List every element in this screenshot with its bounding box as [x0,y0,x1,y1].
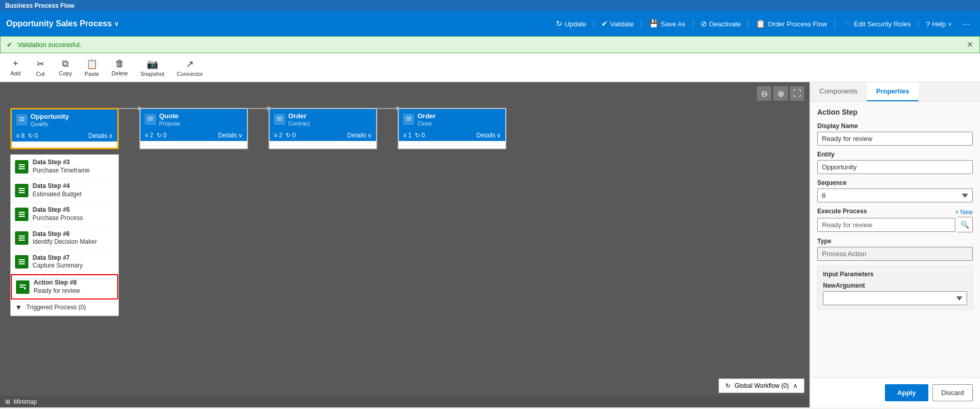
tab-components[interactable]: Components [810,82,867,101]
chevron-down-icon[interactable]: ∨ [114,20,119,27]
type-input[interactable] [817,247,973,261]
security-button[interactable]: 👤 Edit Security Roles [838,16,915,32]
node-close-container: Order Close ≡1 ↻0 Details ∨ [398,108,506,149]
triggered-process-row[interactable]: ▼ Triggered Process (0) [11,300,118,316]
help-button[interactable]: ? Help ∨ [922,17,956,32]
validation-bar: ✔ Validation successful. ✕ [0,36,980,53]
node-order-container: Order Contract ≡2 ↻0 Details ∨ [269,108,377,149]
apply-button[interactable]: Apply [885,384,928,401]
svg-rect-15 [20,285,26,286]
svg-rect-7 [19,214,25,215]
step-item-7[interactable]: Data Step #7 Capture Summary [11,250,118,274]
cut-icon: ✂ [37,58,44,70]
triggered-label: Triggered Process (0) [26,304,86,311]
step-4-text: Data Step #4 Estimated Budget [33,182,82,198]
node-quote-title: Quote [159,112,180,120]
node-opportunity-details[interactable]: Details ∧ [88,132,113,139]
divider-6 [918,19,919,29]
input-params-section: Input Parameters NewArgument [817,266,973,310]
node-close-subtitle: Close [417,120,435,127]
snapshot-button[interactable]: 📷 Snapshot [135,56,169,79]
save-as-button[interactable]: 💾 Save As [645,16,690,32]
node-opportunity-steps: ≡8 [16,132,25,139]
connector-2 [248,108,269,109]
paste-label: Paste [85,71,99,77]
input-params-title: Input Parameters [823,271,967,278]
global-workflow-cycle-icon: ↻ [725,382,730,389]
add-button[interactable]: + Add [4,56,27,78]
node-quote-flow: ↻0 [157,132,167,139]
connector-icon: ↗ [186,58,194,70]
node-quote-steps: ≡2 [145,132,153,139]
title-bar: Business Process Flow [0,0,980,11]
step-item-6[interactable]: Data Step #6 Identify Decision Maker [11,227,118,250]
step-6-icon [15,231,28,245]
zoom-out-button[interactable]: ⊖ [757,86,771,101]
order-process-button[interactable]: 📋 Order Process Flow [752,16,831,32]
execute-process-new-button[interactable]: + New [955,209,973,216]
minimap-icon: ⊞ [5,398,10,405]
help-icon: ? [926,20,930,28]
svg-rect-12 [19,259,25,260]
flow-node-quote[interactable]: Quote Propose ≡2 ↻0 Details ∨ [139,108,248,149]
canvas[interactable]: ⊖ ⊕ ⛶ Opportunity [0,82,810,407]
node-quote-header: Quote Propose [141,109,247,130]
search-icon: 🔍 [960,221,969,229]
divider-2 [641,19,642,29]
more-button[interactable]: ⋯ [959,17,974,31]
right-panel: Components Properties Action Step Displa… [810,82,980,407]
execute-process-search-button[interactable]: 🔍 [957,217,973,232]
tab-properties-label: Properties [876,87,909,95]
triggered-icon: ▼ [15,303,22,311]
svg-rect-5 [19,192,25,193]
svg-rect-3 [19,188,25,189]
discard-button[interactable]: Discard [932,384,973,401]
display-name-input[interactable] [817,132,973,146]
node-quote-details[interactable]: Details ∨ [218,132,243,139]
node-order-details[interactable]: Details ∨ [347,132,372,139]
cut-button[interactable]: ✂ Cut [29,56,52,79]
execute-process-input-row: 🔍 [817,217,973,232]
validation-close-button[interactable]: ✕ [967,40,973,50]
deactivate-button[interactable]: ⊘ Deactivate [696,16,745,32]
svg-rect-4 [19,190,25,191]
paste-button[interactable]: 📋 Paste [80,56,104,79]
flow-node-close[interactable]: Order Close ≡1 ↻0 Details ∨ [398,108,506,149]
node-opportunity-footer: ≡8 ↻0 Details ∧ [12,130,117,141]
update-button[interactable]: ↻ Update [552,16,590,32]
flow-node-opportunity[interactable]: Opportunity Qualify ≡8 ↻0 Details ∧ [10,108,119,149]
divider-3 [693,19,693,29]
tab-properties[interactable]: Properties [867,82,919,101]
step-4-icon [15,184,28,197]
delete-button[interactable]: 🗑 Delete [106,56,133,78]
connector-button[interactable]: ↗ Connector [172,56,208,79]
step-item-3[interactable]: Data Step #3 Purchase Timeframe [11,155,118,179]
node-order-footer: ≡2 ↻0 Details ∨ [270,130,376,141]
svg-rect-9 [19,235,25,237]
step-item-8[interactable]: Action Step #8 Ready for review [11,274,118,300]
divider-5 [834,19,835,29]
new-argument-select[interactable] [823,291,967,305]
entity-input[interactable] [817,160,973,174]
step-item-5[interactable]: Data Step #5 Purchase Process [11,202,118,226]
order-process-label: Order Process Flow [768,20,827,28]
global-workflow-collapse-button[interactable]: ∧ [793,382,798,389]
minimap-bar[interactable]: ⊞ Minimap [0,396,810,407]
zoom-in-button[interactable]: ⊕ [773,86,788,101]
step-8-text: Action Step #8 Ready for review [34,279,80,295]
execute-process-input[interactable] [817,218,955,232]
node-quote-container: Quote Propose ≡2 ↻0 Details ∨ [139,108,248,149]
fit-page-button[interactable]: ⛶ [790,86,804,101]
validate-button[interactable]: ✔ Validate [597,16,638,32]
security-label: Edit Security Roles [854,20,911,28]
validation-message: Validation successful. [18,41,82,49]
node-order-steps: ≡2 [274,132,283,139]
sequence-select[interactable]: 8 1 2 3 4 5 6 7 [817,188,973,202]
divider-4 [748,19,749,29]
step-item-4[interactable]: Data Step #4 Estimated Budget [11,179,118,202]
flow-node-order[interactable]: Order Contract ≡2 ↻0 Details ∨ [269,108,377,149]
step-5-text: Data Step #5 Purchase Process [33,206,83,222]
copy-button[interactable]: ⧉ Copy [54,56,77,78]
node-close-details[interactable]: Details ∨ [476,132,501,139]
step-list: Data Step #3 Purchase Timeframe Data Ste… [10,154,119,316]
